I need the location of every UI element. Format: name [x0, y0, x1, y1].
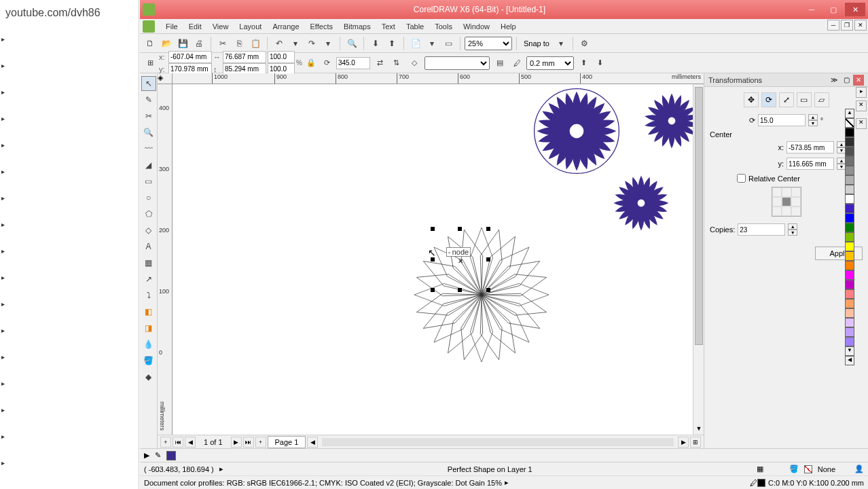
menu-edit[interactable]: Edit — [183, 22, 207, 31]
shape-preset-select[interactable] — [424, 56, 490, 70]
angle-up[interactable]: ▲ — [808, 114, 818, 120]
scrollbar-thumb[interactable] — [695, 87, 703, 345]
new-button[interactable]: 🗋 — [143, 36, 158, 51]
color-swatch[interactable] — [845, 261, 854, 270]
ruler-vertical[interactable]: 400 300 200 100 0 millimeters — [158, 84, 173, 435]
ruler-origin[interactable]: ◈ — [158, 73, 173, 84]
to-back-button[interactable]: ⬇ — [593, 56, 608, 71]
menu-view[interactable]: View — [207, 22, 234, 31]
eyedropper-tool[interactable]: 💧 — [141, 337, 156, 352]
color-swatch[interactable] — [845, 242, 854, 251]
user-icon[interactable]: 👤 — [854, 465, 864, 473]
mirror-v-button[interactable]: ⇅ — [389, 56, 404, 71]
color-swatch[interactable] — [845, 194, 854, 204]
center-x-input[interactable] — [786, 141, 834, 153]
color-swatch[interactable] — [845, 232, 854, 242]
color-swatch[interactable] — [845, 128, 854, 137]
selection-handle[interactable] — [458, 288, 462, 292]
selection-handle[interactable] — [431, 288, 435, 292]
basic-shapes-tool[interactable]: ◇ — [141, 223, 156, 238]
save-button[interactable]: 💾 — [175, 36, 190, 51]
menu-arrange[interactable]: Arrange — [267, 22, 304, 31]
navigator-button[interactable]: ⊞ — [690, 437, 701, 448]
color-swatch[interactable] — [845, 213, 854, 223]
color-proof-icon[interactable]: ▦ — [757, 465, 763, 473]
spiral-shape-1[interactable] — [532, 87, 621, 175]
page-tab[interactable]: Page 1 — [268, 436, 306, 448]
presets-button[interactable]: ⊞ — [143, 56, 158, 71]
minimize-button[interactable]: ─ — [801, 3, 822, 16]
copies-input[interactable] — [738, 223, 785, 236]
docker-collapse-button[interactable]: ≫ — [829, 75, 839, 86]
text-tool[interactable]: A — [141, 239, 156, 254]
crop-tool[interactable]: ✂ — [141, 109, 156, 124]
center-y-input[interactable] — [786, 158, 834, 170]
x-position-input[interactable] — [168, 51, 212, 63]
color-swatch[interactable] — [845, 308, 854, 318]
shape-tool[interactable]: ✎ — [141, 92, 156, 107]
redo-drop[interactable]: ▾ — [321, 36, 336, 51]
pick-tool[interactable]: ↖ — [141, 76, 156, 91]
selection-handle[interactable] — [486, 227, 490, 231]
export-button[interactable]: ⬆ — [384, 36, 399, 51]
relative-center-checkbox[interactable] — [737, 174, 746, 183]
menu-file[interactable]: File — [160, 22, 183, 31]
skew-tab[interactable]: ▱ — [814, 92, 829, 107]
paste-button[interactable]: 📋 — [248, 36, 263, 51]
color-swatch[interactable] — [845, 289, 854, 299]
color-swatch[interactable] — [845, 299, 854, 308]
effects-tool[interactable]: ◧ — [141, 304, 156, 319]
mdi-minimize[interactable]: ─ — [827, 20, 839, 31]
zoom-tool[interactable]: 🔍 — [141, 125, 156, 140]
rotation-input[interactable] — [336, 57, 370, 69]
selection-handle[interactable] — [431, 227, 435, 231]
outline-color-swatch[interactable] — [757, 479, 765, 487]
palette-up[interactable]: ▲ — [845, 109, 854, 118]
options-button[interactable]: ⚙ — [577, 36, 592, 51]
color-swatch[interactable] — [845, 280, 854, 289]
zoom-select[interactable]: 25% — [465, 37, 512, 50]
table-tool[interactable]: ▦ — [141, 255, 156, 270]
docker-maximize-button[interactable]: ▢ — [841, 75, 852, 86]
hscroll-right[interactable]: ▶ — [678, 437, 689, 448]
size-tab[interactable]: ▭ — [797, 92, 812, 107]
selection-handle[interactable] — [458, 227, 462, 231]
color-swatch[interactable] — [845, 223, 854, 232]
color-swatch[interactable] — [845, 147, 854, 156]
color-swatch[interactable] — [845, 251, 854, 261]
add-page-after-button[interactable]: + — [255, 437, 266, 448]
maximize-button[interactable]: ▢ — [823, 3, 844, 16]
import-button[interactable]: ⬇ — [368, 36, 383, 51]
color-swatch[interactable] — [845, 204, 854, 213]
spiral-shape-2[interactable] — [641, 87, 693, 155]
publish-pdf-button[interactable]: 📄 — [408, 36, 423, 51]
connector-tool[interactable]: ⤵ — [141, 288, 156, 303]
profiles-arrow-icon[interactable]: ▸ — [505, 478, 509, 487]
snap-drop[interactable]: ▾ — [554, 36, 568, 51]
first-page-button[interactable]: ⏮ — [173, 437, 183, 448]
color-swatch[interactable] — [845, 185, 854, 194]
scale-tab[interactable]: ⤢ — [779, 92, 794, 107]
hints-button[interactable]: ▸ — [856, 87, 867, 98]
shape-button[interactable]: ◇ — [407, 56, 422, 71]
transparency-tool[interactable]: ◨ — [141, 321, 156, 336]
print-button[interactable]: 🖨 — [192, 36, 206, 51]
dimension-tool[interactable]: ↗ — [141, 272, 156, 287]
undo-button[interactable]: ↶ — [272, 36, 287, 51]
hscroll-left[interactable]: ◀ — [307, 437, 318, 448]
fill-tool[interactable]: 🪣 — [141, 353, 156, 368]
wrap-text-button[interactable]: ▤ — [492, 56, 507, 71]
snap-to-label[interactable]: Snap to — [521, 39, 552, 48]
position-tab[interactable]: ✥ — [744, 92, 759, 107]
horizontal-scrollbar[interactable] — [322, 438, 674, 446]
scroll-down-icon[interactable]: ▼ — [695, 425, 703, 433]
starburst-selected[interactable] — [407, 220, 556, 369]
color-swatch[interactable] — [845, 156, 854, 166]
copies-down[interactable]: ▼ — [788, 230, 797, 236]
color-swatch[interactable] — [845, 137, 854, 147]
copy-button[interactable]: ⎘ — [232, 36, 247, 51]
docker-close-button[interactable]: ✕ — [853, 75, 864, 86]
to-front-button[interactable]: ⬆ — [577, 56, 592, 71]
color-swatch[interactable] — [845, 175, 854, 185]
width-input[interactable] — [223, 51, 266, 63]
